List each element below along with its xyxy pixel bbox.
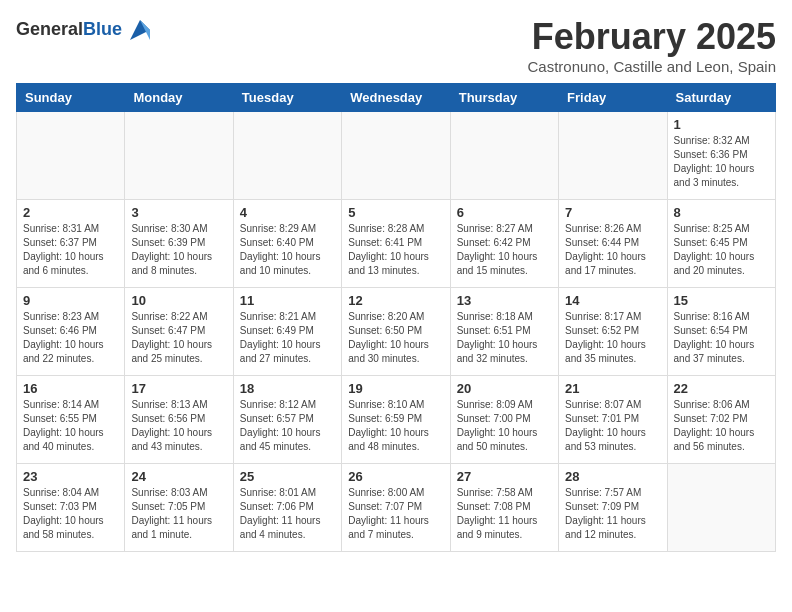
day-info: Sunrise: 8:17 AM Sunset: 6:52 PM Dayligh… bbox=[565, 310, 660, 366]
calendar-day-cell bbox=[233, 112, 341, 200]
calendar-day-cell: 3Sunrise: 8:30 AM Sunset: 6:39 PM Daylig… bbox=[125, 200, 233, 288]
day-number: 19 bbox=[348, 381, 443, 396]
title-block: February 2025 Castronuno, Castille and L… bbox=[528, 16, 777, 75]
day-number: 7 bbox=[565, 205, 660, 220]
day-info: Sunrise: 8:22 AM Sunset: 6:47 PM Dayligh… bbox=[131, 310, 226, 366]
calendar-day-cell: 22Sunrise: 8:06 AM Sunset: 7:02 PM Dayli… bbox=[667, 376, 775, 464]
day-info: Sunrise: 8:30 AM Sunset: 6:39 PM Dayligh… bbox=[131, 222, 226, 278]
day-number: 16 bbox=[23, 381, 118, 396]
day-number: 28 bbox=[565, 469, 660, 484]
day-number: 6 bbox=[457, 205, 552, 220]
calendar-day-cell: 11Sunrise: 8:21 AM Sunset: 6:49 PM Dayli… bbox=[233, 288, 341, 376]
day-info: Sunrise: 8:00 AM Sunset: 7:07 PM Dayligh… bbox=[348, 486, 443, 542]
day-number: 26 bbox=[348, 469, 443, 484]
calendar-day-cell: 25Sunrise: 8:01 AM Sunset: 7:06 PM Dayli… bbox=[233, 464, 341, 552]
day-number: 14 bbox=[565, 293, 660, 308]
day-info: Sunrise: 8:04 AM Sunset: 7:03 PM Dayligh… bbox=[23, 486, 118, 542]
day-number: 10 bbox=[131, 293, 226, 308]
day-of-week-header: Monday bbox=[125, 84, 233, 112]
calendar-day-cell: 7Sunrise: 8:26 AM Sunset: 6:44 PM Daylig… bbox=[559, 200, 667, 288]
calendar-day-cell: 2Sunrise: 8:31 AM Sunset: 6:37 PM Daylig… bbox=[17, 200, 125, 288]
logo: GeneralBlue bbox=[16, 16, 154, 44]
calendar-day-cell: 18Sunrise: 8:12 AM Sunset: 6:57 PM Dayli… bbox=[233, 376, 341, 464]
day-info: Sunrise: 8:09 AM Sunset: 7:00 PM Dayligh… bbox=[457, 398, 552, 454]
day-number: 8 bbox=[674, 205, 769, 220]
day-number: 23 bbox=[23, 469, 118, 484]
day-info: Sunrise: 8:29 AM Sunset: 6:40 PM Dayligh… bbox=[240, 222, 335, 278]
calendar-day-cell: 19Sunrise: 8:10 AM Sunset: 6:59 PM Dayli… bbox=[342, 376, 450, 464]
calendar-day-cell: 14Sunrise: 8:17 AM Sunset: 6:52 PM Dayli… bbox=[559, 288, 667, 376]
day-number: 15 bbox=[674, 293, 769, 308]
calendar-day-cell: 10Sunrise: 8:22 AM Sunset: 6:47 PM Dayli… bbox=[125, 288, 233, 376]
calendar-day-cell: 20Sunrise: 8:09 AM Sunset: 7:00 PM Dayli… bbox=[450, 376, 558, 464]
calendar-day-cell: 16Sunrise: 8:14 AM Sunset: 6:55 PM Dayli… bbox=[17, 376, 125, 464]
day-info: Sunrise: 8:07 AM Sunset: 7:01 PM Dayligh… bbox=[565, 398, 660, 454]
location: Castronuno, Castille and Leon, Spain bbox=[528, 58, 777, 75]
calendar-day-cell: 9Sunrise: 8:23 AM Sunset: 6:46 PM Daylig… bbox=[17, 288, 125, 376]
day-of-week-header: Wednesday bbox=[342, 84, 450, 112]
calendar-day-cell: 21Sunrise: 8:07 AM Sunset: 7:01 PM Dayli… bbox=[559, 376, 667, 464]
day-number: 2 bbox=[23, 205, 118, 220]
day-info: Sunrise: 8:32 AM Sunset: 6:36 PM Dayligh… bbox=[674, 134, 769, 190]
calendar-day-cell: 24Sunrise: 8:03 AM Sunset: 7:05 PM Dayli… bbox=[125, 464, 233, 552]
day-info: Sunrise: 8:12 AM Sunset: 6:57 PM Dayligh… bbox=[240, 398, 335, 454]
day-info: Sunrise: 8:16 AM Sunset: 6:54 PM Dayligh… bbox=[674, 310, 769, 366]
day-of-week-header: Sunday bbox=[17, 84, 125, 112]
day-number: 25 bbox=[240, 469, 335, 484]
day-number: 27 bbox=[457, 469, 552, 484]
day-number: 5 bbox=[348, 205, 443, 220]
day-info: Sunrise: 8:25 AM Sunset: 6:45 PM Dayligh… bbox=[674, 222, 769, 278]
day-number: 20 bbox=[457, 381, 552, 396]
calendar-day-cell: 1Sunrise: 8:32 AM Sunset: 6:36 PM Daylig… bbox=[667, 112, 775, 200]
calendar-week-row: 9Sunrise: 8:23 AM Sunset: 6:46 PM Daylig… bbox=[17, 288, 776, 376]
calendar-week-row: 2Sunrise: 8:31 AM Sunset: 6:37 PM Daylig… bbox=[17, 200, 776, 288]
day-of-week-header: Thursday bbox=[450, 84, 558, 112]
day-number: 22 bbox=[674, 381, 769, 396]
calendar-day-cell: 8Sunrise: 8:25 AM Sunset: 6:45 PM Daylig… bbox=[667, 200, 775, 288]
day-number: 9 bbox=[23, 293, 118, 308]
day-number: 11 bbox=[240, 293, 335, 308]
day-info: Sunrise: 8:31 AM Sunset: 6:37 PM Dayligh… bbox=[23, 222, 118, 278]
day-info: Sunrise: 7:58 AM Sunset: 7:08 PM Dayligh… bbox=[457, 486, 552, 542]
day-number: 13 bbox=[457, 293, 552, 308]
calendar-day-cell bbox=[125, 112, 233, 200]
day-number: 4 bbox=[240, 205, 335, 220]
calendar-day-cell bbox=[450, 112, 558, 200]
day-number: 17 bbox=[131, 381, 226, 396]
day-info: Sunrise: 8:13 AM Sunset: 6:56 PM Dayligh… bbox=[131, 398, 226, 454]
calendar-day-cell: 15Sunrise: 8:16 AM Sunset: 6:54 PM Dayli… bbox=[667, 288, 775, 376]
day-number: 21 bbox=[565, 381, 660, 396]
calendar-table: SundayMondayTuesdayWednesdayThursdayFrid… bbox=[16, 83, 776, 552]
calendar-day-cell: 13Sunrise: 8:18 AM Sunset: 6:51 PM Dayli… bbox=[450, 288, 558, 376]
calendar-day-cell: 5Sunrise: 8:28 AM Sunset: 6:41 PM Daylig… bbox=[342, 200, 450, 288]
day-number: 1 bbox=[674, 117, 769, 132]
day-info: Sunrise: 8:28 AM Sunset: 6:41 PM Dayligh… bbox=[348, 222, 443, 278]
logo-text: GeneralBlue bbox=[16, 20, 122, 40]
day-info: Sunrise: 8:03 AM Sunset: 7:05 PM Dayligh… bbox=[131, 486, 226, 542]
logo-blue: Blue bbox=[83, 19, 122, 39]
page-header: GeneralBlue February 2025 Castronuno, Ca… bbox=[16, 16, 776, 75]
logo-general: General bbox=[16, 19, 83, 39]
day-info: Sunrise: 8:26 AM Sunset: 6:44 PM Dayligh… bbox=[565, 222, 660, 278]
day-info: Sunrise: 8:27 AM Sunset: 6:42 PM Dayligh… bbox=[457, 222, 552, 278]
calendar-day-cell bbox=[17, 112, 125, 200]
calendar-day-cell: 23Sunrise: 8:04 AM Sunset: 7:03 PM Dayli… bbox=[17, 464, 125, 552]
calendar-day-cell bbox=[342, 112, 450, 200]
calendar-day-cell: 17Sunrise: 8:13 AM Sunset: 6:56 PM Dayli… bbox=[125, 376, 233, 464]
day-info: Sunrise: 8:20 AM Sunset: 6:50 PM Dayligh… bbox=[348, 310, 443, 366]
day-info: Sunrise: 8:23 AM Sunset: 6:46 PM Dayligh… bbox=[23, 310, 118, 366]
calendar-day-cell bbox=[667, 464, 775, 552]
calendar-day-cell: 27Sunrise: 7:58 AM Sunset: 7:08 PM Dayli… bbox=[450, 464, 558, 552]
calendar-day-cell bbox=[559, 112, 667, 200]
day-info: Sunrise: 8:21 AM Sunset: 6:49 PM Dayligh… bbox=[240, 310, 335, 366]
calendar-week-row: 23Sunrise: 8:04 AM Sunset: 7:03 PM Dayli… bbox=[17, 464, 776, 552]
day-info: Sunrise: 8:06 AM Sunset: 7:02 PM Dayligh… bbox=[674, 398, 769, 454]
logo-icon bbox=[126, 16, 154, 44]
calendar-day-cell: 12Sunrise: 8:20 AM Sunset: 6:50 PM Dayli… bbox=[342, 288, 450, 376]
day-info: Sunrise: 7:57 AM Sunset: 7:09 PM Dayligh… bbox=[565, 486, 660, 542]
day-info: Sunrise: 8:10 AM Sunset: 6:59 PM Dayligh… bbox=[348, 398, 443, 454]
day-number: 18 bbox=[240, 381, 335, 396]
day-of-week-header: Tuesday bbox=[233, 84, 341, 112]
calendar-week-row: 1Sunrise: 8:32 AM Sunset: 6:36 PM Daylig… bbox=[17, 112, 776, 200]
day-number: 24 bbox=[131, 469, 226, 484]
